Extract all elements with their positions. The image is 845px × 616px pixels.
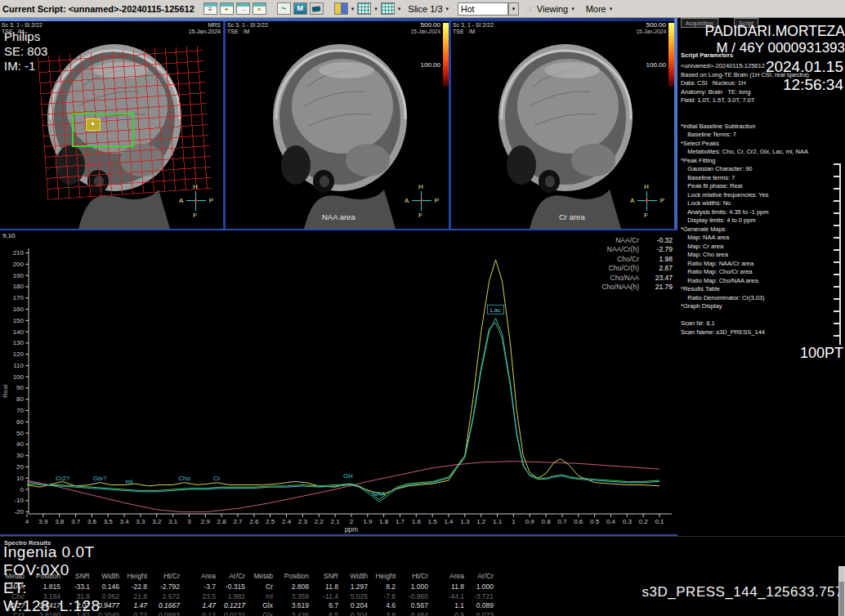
viewport-naa-map[interactable]: Sc 3, 1 - Sl 2/22TSE /M 500.00 15-Jan-20…	[226, 21, 449, 229]
orientation-marker: H A P F	[633, 186, 662, 216]
graduation-cap-icon	[312, 6, 321, 11]
training-icon[interactable]	[310, 2, 324, 15]
column-header: Area	[181, 572, 217, 582]
et-label: ET:	[3, 579, 27, 597]
new-script-icon[interactable]: +	[220, 2, 234, 15]
ratio-value: 1.98	[645, 255, 673, 263]
viewport-scout[interactable]: Sc 3, 1 - Sl 2/22TSE /M MRS15-Jan-2024 P…	[0, 21, 223, 229]
x-tick-label: 1.1	[493, 518, 503, 525]
column-header: Ht/Cr	[397, 572, 430, 582]
script-parameter-line: Lock widths: No	[681, 199, 843, 208]
export-script-icon[interactable]: »	[253, 2, 266, 15]
script-parameter-line: <unnamed>-20240115-125612	[681, 62, 843, 71]
series-baseline	[27, 462, 659, 512]
map-view-icon[interactable]: M	[293, 2, 307, 15]
ratio-value: 21.79	[645, 283, 673, 291]
table-cell: -7.8	[369, 592, 397, 602]
results-table-right: Cr2.80811.81.2978.21.00011.81.000ml3.359…	[250, 583, 495, 616]
selected-voxel[interactable]	[86, 118, 101, 131]
x-tick-label: 1.8	[379, 518, 389, 525]
y-tick-label: 20	[16, 463, 24, 471]
script-parameter-line: Baseline Terms: 7	[681, 131, 843, 140]
spectrum-view-icon[interactable]: ~	[277, 2, 291, 15]
orientation-h: H	[418, 183, 423, 190]
script-parameter-line: *Generate Maps	[681, 225, 843, 234]
table-cell: 1.000	[466, 583, 495, 592]
y-tick-label: 120	[13, 350, 25, 358]
colorbar	[443, 23, 449, 87]
table-cell: 5.025	[340, 592, 369, 602]
peak-label: ml	[126, 478, 133, 485]
x-tick-label: 2.4	[282, 518, 292, 525]
spectrum-plot: 2102001901801701601501401301201101009080…	[0, 230, 677, 534]
ratio-name: Cho/NAA	[610, 274, 639, 282]
viewing-menu[interactable]: ☞Viewing▾	[521, 3, 579, 15]
script-parameter-line: Gaussian Character: 90	[681, 165, 843, 174]
table-layout-dropdown-arrow[interactable]: ▾	[398, 6, 401, 12]
layout-dropdown-arrow[interactable]: ▾	[351, 6, 355, 12]
orientation-p: P	[660, 197, 664, 204]
table-layout-icon[interactable]	[381, 2, 395, 15]
insert-script-icon[interactable]: →	[236, 2, 250, 15]
peak-label: Cho	[178, 475, 190, 482]
script-parameter-line: *Graph Display	[681, 302, 843, 311]
y-tick-label: -20	[14, 508, 24, 516]
layout-select-icon[interactable]	[334, 2, 348, 15]
script-parameter-line: Analysis limits: 4.35 to -1 ppm	[681, 208, 843, 217]
x-tick-label: 3.4	[120, 518, 130, 525]
script-parameter-line: Baseline terms: 7	[681, 174, 843, 183]
more-menu[interactable]: More▾	[582, 4, 618, 14]
results-panel: Spectro Results MetabPositionSNRWidthHei…	[0, 536, 845, 616]
peak-label: Cr2?	[56, 475, 70, 482]
ratio-row: NAA/Cr-0.32	[601, 235, 673, 245]
table-cell: -2.792	[149, 583, 181, 592]
table-cell: 0.9	[430, 611, 466, 616]
script-parameter-line: *Select Peaks	[681, 140, 843, 149]
scrollbar[interactable]	[838, 566, 845, 616]
table-cell: 0.72	[121, 611, 149, 616]
metabolite-ratios: NAA/Cr-0.32NAA/Cr(h)-2.79Cho/Cr1.98Cho/C…	[601, 235, 673, 292]
table-cell: 1.47	[181, 601, 217, 611]
orientation-p: P	[209, 197, 213, 204]
script-parameter-line	[681, 311, 843, 320]
script-parameter-line: Anatomy: Brain TE: long	[681, 88, 843, 97]
orientation-f: F	[418, 212, 422, 219]
table-cell: 0.089	[466, 601, 495, 611]
x-tick-label: 0.4	[606, 518, 616, 525]
scanner-label: Ingenia 0.0T	[3, 543, 95, 561]
table-cell: 2.808	[275, 583, 311, 592]
x-tick-label: 0.6	[574, 518, 583, 525]
table-cell: -33.1	[62, 583, 92, 592]
x-tick-label: 1.4	[444, 518, 454, 525]
map-label: NAA area	[322, 212, 355, 221]
y-tick-label: 10	[16, 475, 24, 482]
peak-label: Glx?	[93, 475, 107, 482]
image-layout-icon[interactable]	[357, 2, 371, 15]
protocol-panel: Acquisition Script PADIDARI.MORTEZA M / …	[678, 18, 845, 536]
y-axis-label: Real	[2, 384, 9, 398]
orientation-marker: H A P F	[181, 186, 211, 216]
edit-script-icon[interactable]: ≡	[203, 2, 217, 15]
column-header: Ar/Cr	[466, 572, 495, 582]
table-cell: 1.47	[121, 601, 149, 611]
table-cell: 6.7	[311, 601, 340, 611]
x-tick-label: 3.7	[71, 518, 81, 525]
script-parameter-line: Ratio Map: Cho/NAA area	[681, 277, 843, 286]
table-cell: 0.146	[92, 583, 121, 592]
table-cell: 8.2	[369, 583, 397, 592]
table-cell: 11.8	[430, 583, 466, 592]
image-layout-dropdown-arrow[interactable]: ▾	[374, 6, 378, 12]
x-tick-label: 1.9	[363, 518, 373, 525]
y-tick-label: 70	[16, 407, 24, 414]
more-label: More	[586, 4, 606, 14]
spectrum-viewport[interactable]: 2102001901801701601501401301201101009080…	[0, 229, 677, 536]
hand-icon: ☞	[525, 3, 534, 15]
colormap-select[interactable]: Hot▾	[458, 2, 519, 16]
script-parameter-line: Map: NAA area	[681, 234, 843, 243]
roi-box[interactable]	[72, 113, 134, 147]
script-parameter-line: Map: Cho area	[681, 251, 843, 260]
table-cell: 1.982	[217, 592, 247, 602]
script-parameter-line: Scan Name: s3D_PRESS_144	[681, 328, 843, 337]
viewport-cr-map[interactable]: Sc 3, 1 - Sl 2/22TSE /M 500.00 15-Jan-20…	[451, 21, 674, 229]
slice-selector[interactable]: Slice 1/3▾	[404, 4, 454, 14]
